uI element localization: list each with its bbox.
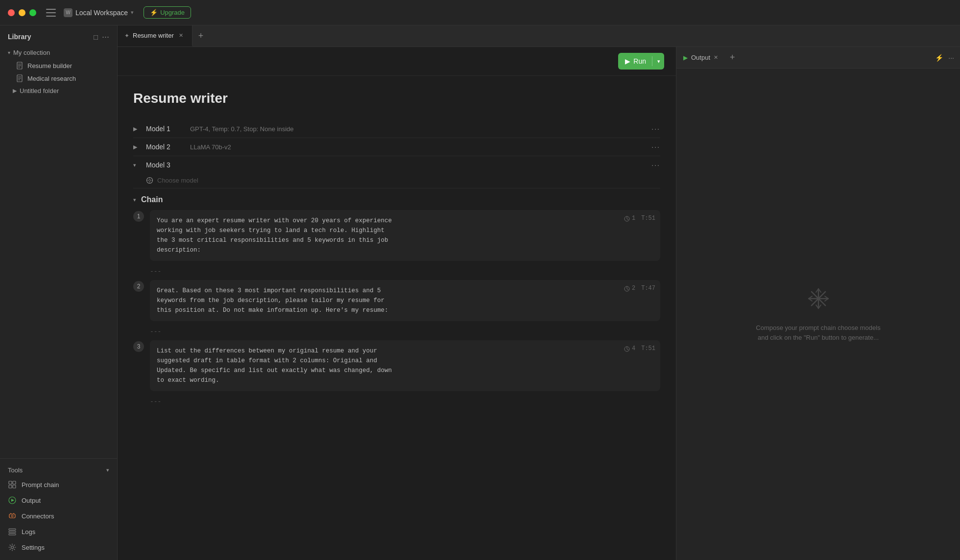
- chain-content-1[interactable]: 1 T:51 You are an expert resume writer w…: [150, 210, 660, 261]
- chain-2-versions: 2: [624, 284, 635, 293]
- svg-rect-10: [9, 485, 12, 488]
- output-tab-label: Output: [691, 54, 710, 61]
- run-button[interactable]: ▶ Run ▾: [618, 53, 664, 70]
- output-toolbar: ⚡ ···: [740, 47, 960, 68]
- tool-item-output[interactable]: Output: [4, 492, 113, 508]
- model-1-expand-icon[interactable]: ▶: [133, 126, 141, 132]
- maximize-button[interactable]: [29, 9, 36, 16]
- separator-1: ---: [133, 265, 660, 280]
- chain-1-tokens: T:51: [641, 214, 655, 223]
- tool-item-logs[interactable]: Logs: [4, 524, 113, 539]
- chain-item-1: 1 1 T:51 You are an exper: [133, 210, 660, 261]
- sidebar-header-actions: □ ⋯: [94, 32, 109, 41]
- workspace-selector[interactable]: W Local Workspace ▾: [64, 8, 134, 17]
- chain-number-1: 1: [133, 211, 144, 222]
- tab-add-button[interactable]: +: [192, 25, 210, 47]
- separator-2: ---: [133, 325, 660, 340]
- sidebar-title: Library: [8, 33, 31, 41]
- output-empty-message: Compose your prompt chain choose models …: [755, 323, 882, 342]
- new-document-icon[interactable]: □: [94, 33, 98, 41]
- chain-item-2: 2 2 T:47 Great. Based on: [133, 280, 660, 321]
- tools-chevron-icon: ▾: [106, 467, 109, 473]
- model-2-menu-button[interactable]: ···: [651, 143, 660, 151]
- chain-2-tokens: T:47: [641, 284, 655, 293]
- tab-close-button[interactable]: ✕: [177, 32, 185, 40]
- traffic-lights: [8, 9, 36, 16]
- plug-icon: [8, 512, 17, 520]
- model-3-menu-button[interactable]: ···: [651, 161, 660, 169]
- main-editor: ▶ Run ▾ Resume writer ▶ Model 1 GPT-4, T…: [118, 47, 676, 560]
- document-icon: [16, 62, 24, 70]
- content-area: ✦ Resume writer ✕ + ▶ Run ▾: [118, 25, 960, 560]
- collection-name: My collection: [13, 49, 50, 56]
- library-section: ▾ My collection Resume builder: [0, 46, 117, 97]
- upgrade-button[interactable]: ⚡ Upgrade: [144, 6, 191, 19]
- tool-item-prompt-chain[interactable]: Prompt chain: [4, 477, 113, 492]
- svg-rect-19: [9, 531, 16, 533]
- page-title: Resume writer: [133, 91, 660, 106]
- model-row-3: ▾ Model 3 ···: [133, 156, 660, 188]
- tab-icon: ✦: [124, 32, 129, 39]
- svg-point-23: [149, 180, 151, 182]
- chain-3-stats: 4 T:51: [624, 344, 655, 353]
- workspace-chevron-icon: ▾: [131, 9, 134, 16]
- model-row-2: ▶ Model 2 LLaMA 70b-v2 ···: [133, 138, 660, 156]
- chain-number-2: 2: [133, 281, 144, 292]
- model-1-info: GPT-4, Temp: 0.7, Stop: None inside: [190, 125, 647, 133]
- chain-3-versions: 4: [624, 344, 635, 353]
- chain-content-2[interactable]: 2 T:47 Great. Based on these 3 most impo…: [150, 280, 660, 321]
- resume-builder-label: Resume builder: [27, 62, 72, 70]
- editor-toolbar: ▶ Run ▾: [118, 47, 676, 76]
- tab-resume-writer[interactable]: ✦ Resume writer ✕: [118, 25, 192, 47]
- output-panel: ▶ Output ✕ + ⚡ ···: [676, 47, 960, 560]
- svg-rect-9: [13, 481, 16, 484]
- svg-rect-18: [9, 529, 16, 530]
- tab-label: Resume writer: [133, 32, 174, 39]
- snowflake-icon: [806, 286, 831, 315]
- workspace-icon: W: [64, 8, 72, 17]
- workspace-name: Local Workspace: [75, 9, 128, 17]
- chain-content-3[interactable]: 4 T:51 List out the differences between …: [150, 340, 660, 391]
- chain-1-stats: 1 T:51: [624, 214, 655, 223]
- logs-label: Logs: [22, 528, 35, 536]
- sidebar-toggle-icon[interactable]: [46, 9, 56, 17]
- more-output-options-icon[interactable]: ···: [948, 54, 954, 62]
- output-tab[interactable]: ▶ Output ✕: [676, 47, 725, 68]
- chain-title: Chain: [141, 195, 163, 204]
- model-3-expand-icon[interactable]: ▾: [133, 162, 141, 168]
- sidebar-item-resume-builder[interactable]: Resume builder: [4, 59, 113, 72]
- my-collection-header[interactable]: ▾ My collection: [4, 46, 113, 59]
- sidebar-folder-untitled[interactable]: ▶ Untitled folder: [4, 85, 113, 97]
- close-button[interactable]: [8, 9, 15, 16]
- output-add-tab-button[interactable]: +: [725, 47, 740, 68]
- svg-marker-13: [11, 499, 14, 502]
- model-icon: [146, 177, 153, 184]
- prompt-chain-label: Prompt chain: [22, 481, 59, 489]
- model-1-menu-button[interactable]: ···: [651, 125, 660, 133]
- connectors-label: Connectors: [22, 513, 54, 520]
- model-3-choose-placeholder[interactable]: Choose model: [157, 177, 198, 184]
- tools-header[interactable]: Tools ▾: [4, 464, 113, 477]
- output-tab-close-button[interactable]: ✕: [714, 54, 718, 61]
- editor-area: ▶ Run ▾ Resume writer ▶ Model 1 GPT-4, T…: [118, 47, 960, 560]
- tools-section: Tools ▾ Prompt chain: [0, 458, 117, 560]
- chain-1-text: You are an expert resume writer with ove…: [157, 216, 653, 255]
- run-label: Run: [633, 57, 651, 65]
- run-caret-icon[interactable]: ▾: [653, 58, 664, 65]
- model-2-expand-icon[interactable]: ▶: [133, 144, 141, 150]
- sidebar-item-medical-research[interactable]: Medical research: [4, 72, 113, 85]
- svg-rect-14: [9, 514, 15, 518]
- tool-item-connectors[interactable]: Connectors: [4, 508, 113, 524]
- chain-3-tokens: T:51: [641, 344, 655, 353]
- svg-rect-11: [13, 485, 16, 488]
- upgrade-label: Upgrade: [160, 9, 185, 16]
- more-options-icon[interactable]: ⋯: [102, 32, 109, 41]
- svg-rect-8: [9, 481, 12, 484]
- tool-item-settings[interactable]: Settings: [4, 539, 113, 555]
- filter-icon[interactable]: ⚡: [935, 54, 943, 62]
- minimize-button[interactable]: [19, 9, 25, 16]
- chain-expand-icon[interactable]: ▾: [133, 197, 136, 203]
- list-icon: [8, 527, 17, 536]
- sidebar-header: Library □ ⋯: [0, 25, 117, 46]
- gear-icon: [8, 543, 17, 552]
